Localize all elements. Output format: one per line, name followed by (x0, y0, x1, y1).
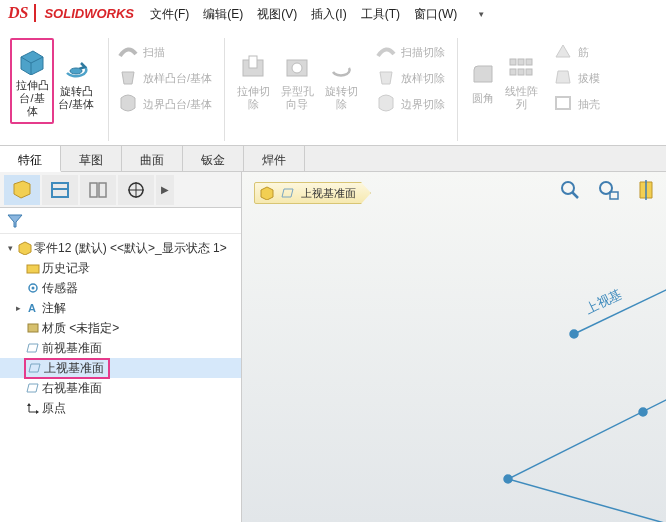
pattern-icon (505, 51, 537, 83)
fillet-icon (467, 58, 499, 90)
tree-item-top-plane[interactable]: 上视基准面 (0, 358, 241, 378)
tree-item-material[interactable]: 材质 <未指定> (0, 318, 241, 338)
rib-button[interactable]: 筋 (550, 38, 591, 64)
tree-item-right-plane[interactable]: 右视基准面 (0, 378, 241, 398)
svg-point-0 (70, 68, 82, 74)
command-manager-tabs: 特征 草图 曲面 钣金 焊件 (0, 146, 666, 172)
collapse-icon[interactable]: ▾ (4, 243, 16, 253)
tree-root[interactable]: ▾ 零件12 (默认) <<默认>_显示状态 1> (0, 238, 241, 258)
revolve-label: 旋转凸台/基体 (56, 85, 96, 111)
svg-marker-26 (27, 403, 31, 406)
svg-rect-14 (90, 183, 97, 197)
fillet-label: 圆角 (472, 92, 494, 105)
panel-tab-featuretree[interactable] (4, 175, 40, 205)
svg-point-37 (570, 330, 578, 338)
main-area: ▶ ▾ 零件12 (默认) <<默认>_显示状态 1> 历史记录 传感器 (0, 172, 666, 522)
sweep-label: 扫描 (143, 46, 165, 59)
svg-point-4 (292, 63, 302, 73)
tab-features[interactable]: 特征 (0, 146, 61, 172)
boundary-button[interactable]: 边界凸台/基体 (115, 90, 214, 116)
svg-point-36 (504, 475, 512, 483)
tree-item-history[interactable]: 历史记录 (0, 258, 241, 278)
selected-plane-graphic: 上视基 (248, 194, 666, 522)
plane-icon (24, 340, 42, 356)
graphics-viewport[interactable]: 上视基准面 上视基 (242, 172, 666, 522)
fillet-button[interactable]: 圆角 (464, 38, 502, 124)
revolve-icon (60, 51, 92, 83)
menu-file[interactable]: 文件(F) (150, 6, 189, 23)
svg-rect-19 (27, 265, 39, 273)
shell-button[interactable]: 抽壳 (550, 90, 602, 116)
tree-item-sensors[interactable]: 传感器 (0, 278, 241, 298)
filter-icon[interactable] (6, 213, 24, 229)
menu-edit[interactable]: 编辑(E) (203, 6, 243, 23)
svg-rect-8 (510, 69, 516, 75)
pattern-label: 线性阵列 (504, 85, 538, 111)
cut-loft-icon (375, 66, 397, 88)
tree-label: 前视基准面 (42, 340, 102, 357)
svg-rect-11 (556, 97, 570, 109)
draft-label: 拔模 (578, 72, 600, 85)
cut-sweep-button[interactable]: 扫描切除 (373, 38, 447, 64)
tree-label: 注解 (42, 300, 66, 317)
panel-tab-more[interactable]: ▶ (156, 175, 174, 205)
svg-text:A: A (28, 302, 36, 314)
cut-revolve-button[interactable]: 旋转切除 (319, 38, 363, 124)
tab-surface[interactable]: 曲面 (122, 146, 183, 171)
extrude-boss-button[interactable]: 拉伸凸台/基体 (10, 38, 54, 124)
extrude-icon (16, 45, 48, 77)
featuretree-icon (11, 180, 33, 200)
tree-label: 传感器 (42, 280, 78, 297)
expand-icon[interactable]: ▸ (12, 303, 24, 313)
linear-pattern-button[interactable]: 线性阵列 (502, 38, 540, 124)
tree-label: 原点 (42, 400, 66, 417)
panel-tab-dimxpert[interactable] (118, 175, 154, 205)
ribbon: 拉伸凸台/基体 旋转凸台/基体 扫描 放样凸台/基体 边界凸台/基体 拉伸切除 (0, 26, 666, 146)
plane-icon (26, 360, 44, 376)
menu-view[interactable]: 视图(V) (257, 6, 297, 23)
origin-icon (24, 400, 42, 416)
draft-button[interactable]: 拔模 (550, 64, 602, 90)
svg-line-34 (508, 479, 666, 522)
annotation-icon: A (24, 300, 42, 316)
tree-label: 上视基准面 (44, 360, 104, 377)
tab-weldment[interactable]: 焊件 (244, 146, 305, 171)
tab-sheetmetal[interactable]: 钣金 (183, 146, 244, 171)
chevron-right-icon: ▶ (161, 184, 169, 195)
hole-wizard-button[interactable]: 异型孔向导 (275, 38, 319, 124)
filter-row (0, 208, 241, 234)
svg-rect-5 (510, 59, 516, 65)
tree-item-origin[interactable]: 原点 (0, 398, 241, 418)
panel-header-tabs: ▶ (0, 172, 241, 208)
cut-boundary-label: 边界切除 (401, 98, 445, 111)
menu-tools[interactable]: 工具(T) (361, 6, 400, 23)
cut-extrude-label: 拉伸切除 (233, 85, 273, 111)
tree-root-label: 零件12 (默认) <<默认>_显示状态 1> (34, 240, 227, 257)
cut-extrude-button[interactable]: 拉伸切除 (231, 38, 275, 124)
feature-manager-panel: ▶ ▾ 零件12 (默认) <<默认>_显示状态 1> 历史记录 传感器 (0, 172, 242, 522)
panel-tab-config[interactable] (80, 175, 116, 205)
svg-rect-7 (526, 59, 532, 65)
cut-boundary-button[interactable]: 边界切除 (373, 90, 447, 116)
loft-label: 放样凸台/基体 (143, 72, 212, 85)
tree-label: 材质 <未指定> (42, 320, 119, 337)
svg-point-21 (32, 287, 35, 290)
menu-window[interactable]: 窗口(W) (414, 6, 457, 23)
tree-item-front-plane[interactable]: 前视基准面 (0, 338, 241, 358)
shell-icon (552, 92, 574, 114)
panel-tab-property[interactable] (42, 175, 78, 205)
plane-icon (24, 380, 42, 396)
sweep-button[interactable]: 扫描 (115, 38, 167, 64)
cut-loft-button[interactable]: 放样切除 (373, 64, 447, 90)
hole-icon (281, 51, 313, 83)
cut-boundary-icon (375, 92, 397, 114)
cut-sweep-icon (375, 40, 397, 62)
feature-tree: ▾ 零件12 (默认) <<默认>_显示状态 1> 历史记录 传感器 ▸ A 注… (0, 234, 241, 522)
revolve-boss-button[interactable]: 旋转凸台/基体 (54, 38, 98, 124)
svg-rect-10 (526, 69, 532, 75)
loft-button[interactable]: 放样凸台/基体 (115, 64, 214, 90)
tree-item-annotations[interactable]: ▸ A 注解 (0, 298, 241, 318)
menu-insert[interactable]: 插入(I) (311, 6, 346, 23)
tab-sketch[interactable]: 草图 (61, 146, 122, 171)
menu-dropdown-icon[interactable]: ▼ (477, 10, 485, 19)
